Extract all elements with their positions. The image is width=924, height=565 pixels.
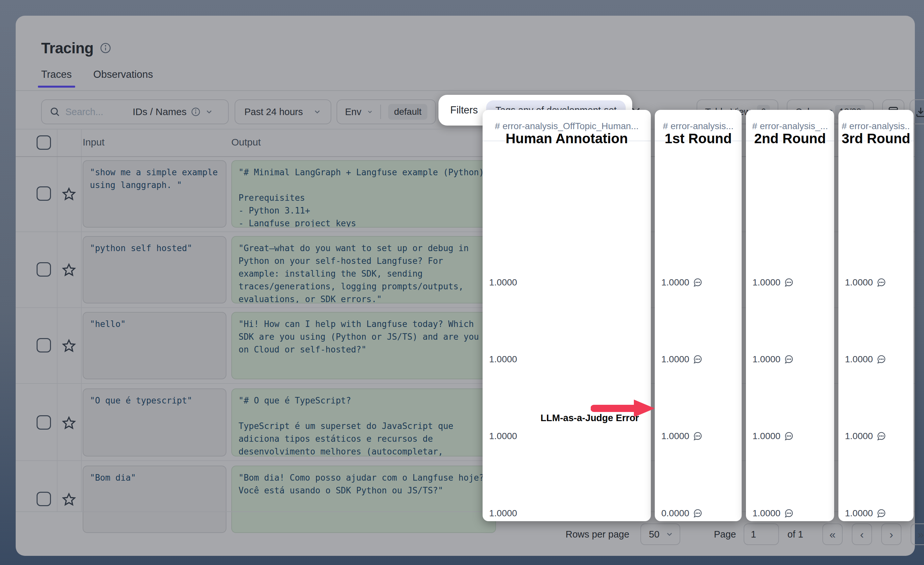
row-checkbox[interactable] [37, 186, 51, 201]
score-value: 1.0000 [489, 277, 517, 288]
input-cell[interactable]: "hello" [82, 312, 226, 379]
bookmark-star-icon[interactable] [62, 339, 76, 353]
download-icon [915, 106, 924, 118]
env-dropdown[interactable]: Env default [336, 99, 436, 124]
divider [57, 129, 57, 512]
comment-icon[interactable] [784, 431, 794, 441]
score-value-error: 0.0000 [661, 508, 689, 518]
output-cell[interactable]: "# Minimal LangGraph + Langfuse example … [231, 160, 496, 228]
score-value: 1.0000 [661, 431, 689, 442]
input-cell[interactable]: "python self hosted" [82, 236, 226, 304]
bookmark-star-icon[interactable] [62, 493, 76, 506]
chevron-down-icon [205, 108, 213, 116]
score-column-header[interactable]: # error-analysis... [842, 121, 910, 131]
search-icon [50, 107, 60, 117]
score-value: 1.0000 [753, 354, 781, 365]
next-page-button[interactable]: › [881, 523, 902, 545]
env-value-chip: default [388, 104, 428, 120]
input-cell[interactable]: "O que é typescript" [82, 388, 226, 457]
search-box[interactable]: IDs / Names [41, 99, 229, 124]
info-icon[interactable] [100, 42, 111, 54]
output-cell[interactable]: "Hi! How can I help with Langfuse today?… [231, 312, 496, 379]
time-range-dropdown[interactable]: Past 24 hours [235, 99, 331, 124]
row-checkbox[interactable] [37, 492, 51, 506]
page-number-input[interactable] [744, 523, 779, 545]
select-all-checkbox[interactable] [37, 135, 51, 150]
input-cell[interactable]: "show me a simple example using langgrap… [82, 160, 226, 228]
first-page-button[interactable]: « [822, 523, 843, 545]
chevron-down-icon [665, 530, 674, 538]
score-value: 1.0000 [753, 508, 781, 518]
chevron-down-icon [367, 108, 373, 116]
annotation-label: 3rd Round [825, 131, 924, 146]
comment-icon[interactable] [784, 508, 794, 518]
tab-traces[interactable]: Traces [41, 69, 72, 88]
score-value: 1.0000 [753, 431, 781, 442]
score-value: 1.0000 [489, 508, 517, 518]
divider [81, 129, 82, 512]
score-value: 1.0000 [489, 431, 517, 442]
header-divider [16, 90, 915, 91]
bookmark-star-icon[interactable] [62, 416, 76, 430]
score-column-2nd-round: # error-analysis_... 2nd Round 1.0000 1.… [746, 110, 834, 521]
search-mode-dropdown[interactable]: IDs / Names [133, 106, 213, 117]
score-column-3rd-round: # error-analysis... 3rd Round 1.0000 1.0… [838, 110, 914, 521]
search-input[interactable] [65, 107, 128, 117]
score-column-1st-round: # error-analysis... 1st Round 1.0000 1.0… [655, 110, 742, 521]
bookmark-star-icon[interactable] [62, 263, 76, 276]
score-value: 1.0000 [845, 354, 873, 365]
divider [380, 105, 381, 119]
page-title: Tracing [41, 39, 93, 57]
score-column-header[interactable]: # error-analysis_... [749, 121, 831, 131]
score-value: 1.0000 [845, 431, 873, 442]
score-value: 1.0000 [661, 277, 689, 288]
annotation-label: Human Annotation [470, 131, 664, 146]
row-checkbox[interactable] [37, 415, 51, 430]
comment-icon[interactable] [876, 431, 886, 441]
comment-icon[interactable] [784, 278, 794, 287]
score-value: 1.0000 [489, 354, 517, 365]
comment-icon[interactable] [693, 508, 702, 518]
score-column-header[interactable]: # error-analysis... [658, 121, 738, 131]
score-value: 1.0000 [845, 508, 873, 518]
comment-icon[interactable] [876, 508, 886, 518]
score-column-human-annotation: # error-analysis_OffTopic_Human... Human… [483, 110, 651, 521]
row-checkbox[interactable] [37, 262, 51, 276]
info-icon [191, 107, 200, 116]
tab-bar: Traces Observations [41, 69, 153, 88]
score-value: 1.0000 [845, 277, 873, 288]
output-cell[interactable]: "Great—what do you want to set up or deb… [231, 236, 496, 304]
comment-icon[interactable] [784, 355, 794, 364]
chevron-down-icon [313, 108, 321, 116]
input-column-header[interactable]: Input [82, 137, 105, 148]
last-page-button[interactable]: » [910, 523, 924, 545]
row-checkbox[interactable] [37, 338, 51, 353]
prev-page-button[interactable]: ‹ [852, 523, 872, 545]
error-annotation-label: LLM-as-a-Judge Error [539, 413, 640, 424]
score-value: 1.0000 [661, 354, 689, 365]
score-value: 1.0000 [753, 277, 781, 288]
rows-per-page-select[interactable]: 50 [640, 523, 680, 545]
output-column-header[interactable]: Output [231, 137, 261, 148]
comment-icon[interactable] [876, 278, 886, 287]
output-cell[interactable]: "# O que é TypeScript? TypeScript é um s… [231, 388, 496, 457]
bookmark-star-icon[interactable] [62, 187, 76, 201]
comment-icon[interactable] [693, 278, 702, 287]
comment-icon[interactable] [693, 431, 702, 441]
score-column-header[interactable]: # error-analysis_OffTopic_Human... [486, 121, 648, 131]
comment-icon[interactable] [693, 355, 702, 364]
tab-observations[interactable]: Observations [93, 69, 153, 88]
comment-icon[interactable] [876, 355, 886, 364]
